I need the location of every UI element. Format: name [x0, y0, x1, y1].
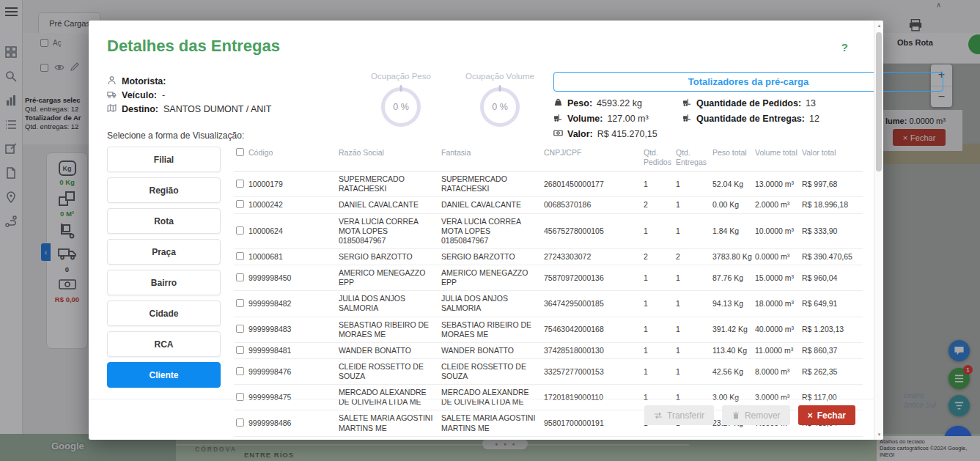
cell-entregas: 2	[674, 248, 710, 265]
select-all-checkbox[interactable]	[236, 148, 244, 156]
cell-cnpj: 95801700000191	[542, 410, 641, 436]
row-checkbox[interactable]	[236, 299, 244, 307]
row-checkbox[interactable]	[236, 418, 244, 427]
cell-volume: 13.0000 m³	[753, 172, 800, 197]
row-checkbox[interactable]	[236, 200, 244, 208]
gauge-peso-value: 0 %	[393, 102, 409, 112]
cell-peso: 0.00 Kg	[710, 197, 753, 213]
table-row: 10000624VERA LUCIA CORREA MOTA LOPES 018…	[234, 213, 863, 248]
row-checkbox[interactable]	[236, 367, 244, 375]
cell-pedidos: 1	[641, 291, 674, 317]
codigo-text: 9999998482	[248, 299, 291, 308]
header-razao: Razão Social	[336, 147, 439, 172]
cell-fantasia: VERA LUCIA CORREA MOTA LOPES 01850847967	[439, 213, 542, 248]
cell-fantasia: WANDER BONATTO	[439, 342, 542, 358]
cell-codigo: 9999998476	[234, 358, 336, 384]
cell-razao: SEBASTIAO RIBEIRO DE MORAES ME	[336, 317, 439, 342]
totalizers-left-column: Peso: 4593.22 kg Volume: 127.00 m³ Valor…	[553, 95, 657, 141]
codigo-text: 9999998481	[248, 346, 291, 355]
cell-razao: SALETE MARIA AGOSTINI MARTINS ME	[336, 410, 439, 436]
totalizers-header: Totalizadores da pré-carga	[553, 72, 943, 92]
cell-codigo: 9999998482	[234, 291, 336, 317]
cell-razao: SUPERMERCADO RATACHESKI	[336, 172, 439, 197]
cell-fantasia: AMERICO MENEGAZZO EPP	[439, 265, 542, 291]
row-checkbox[interactable]	[236, 252, 244, 260]
row-checkbox[interactable]	[236, 273, 244, 281]
cell-volume: 8.0000 m³	[753, 358, 800, 384]
scroll-down-arrow[interactable]: ▼	[874, 432, 884, 437]
destino-value: SANTOS DUMONT / ANIT	[163, 104, 271, 114]
qtd-entregas-value: 12	[809, 114, 819, 124]
forklift-icon	[682, 97, 692, 109]
cell-codigo: 10000681	[234, 248, 336, 265]
truck-icon	[107, 89, 117, 101]
forklift-icon	[553, 113, 563, 125]
scroll-up-arrow[interactable]: ▲	[874, 23, 884, 28]
scrollbar-thumb[interactable]	[876, 32, 882, 172]
cell-razao: DANIEL CAVALCANTE	[336, 197, 439, 213]
cell-entregas: 1	[674, 265, 710, 291]
table-row: 9999998450AMERICO MENEGAZZO EPPAMERICO M…	[234, 265, 863, 291]
cell-codigo: 9999998483	[234, 317, 336, 342]
cell-entregas: 1	[674, 197, 710, 213]
view-button-filial[interactable]: Filial	[107, 147, 221, 172]
view-button-praça[interactable]: Praça	[107, 239, 221, 265]
veiculo-label: Veículo:	[122, 90, 157, 100]
cell-pedidos: 1	[641, 172, 674, 197]
peso-value: 4593.22 kg	[597, 98, 642, 108]
view-button-cidade[interactable]: Cidade	[107, 300, 221, 326]
cell-peso: 113.40 Kg	[710, 342, 753, 358]
header-codigo: Código	[234, 147, 336, 172]
cell-codigo: 10000624	[234, 213, 336, 248]
cell-volume: 15.0000 m³	[753, 265, 800, 291]
deliveries-table: Código Razão Social Fantasia CNPJ/CPF Qt…	[234, 147, 864, 437]
header-peso-total: Peso total	[710, 147, 753, 172]
fechar-button[interactable]: × Fechar	[798, 405, 855, 425]
view-button-região[interactable]: Região	[107, 177, 221, 203]
gauge-volume-value: 0 %	[492, 102, 508, 112]
table-row: 10000681SERGIO BARZOTTOSERGIO BARZOTTO27…	[234, 248, 863, 265]
cell-razao: VERA LUCIA CORREA MOTA LOPES 01850847967	[336, 213, 439, 248]
cell-cnpj: 37428518000130	[542, 342, 641, 358]
cell-entregas: 1	[674, 358, 710, 384]
view-button-cliente[interactable]: Cliente	[107, 362, 221, 388]
cell-razao: MERCADO ALEXANDRE DE OLIVEIRA LTDA ME	[336, 385, 439, 410]
cell-valor: R$ 997,68	[800, 172, 863, 197]
view-button-bairro[interactable]: Bairro	[107, 270, 221, 295]
cell-fantasia: CLEIDE ROSSETTO DE SOUZA	[439, 358, 542, 384]
remover-button[interactable]: Remover	[722, 405, 790, 425]
header-qtd-pedidos: Qtd. Pedidos	[641, 147, 674, 172]
codigo-text: 9999998450	[248, 273, 291, 282]
cell-fantasia: MERCADO ALEXANDRE DE OLIVEIRA LTDA ME	[439, 385, 542, 410]
cell-cnpj: 45675278000105	[542, 213, 641, 248]
codigo-text: 9999998483	[248, 325, 291, 333]
modal-scrollbar[interactable]: ▲ ▼	[874, 21, 883, 440]
view-button-rca[interactable]: RCA	[107, 331, 221, 357]
veiculo-value: -	[162, 90, 165, 100]
cell-cnpj: 26801450000177	[542, 172, 641, 197]
cell-codigo: 9999998450	[234, 265, 336, 291]
codigo-text: 10000179	[248, 180, 283, 188]
cell-entregas: 1	[674, 291, 710, 317]
row-checkbox[interactable]	[236, 325, 244, 333]
help-button[interactable]: ?	[841, 41, 848, 54]
volume-label: Volume:	[567, 114, 603, 124]
cell-volume: 18.0000 m³	[753, 291, 800, 317]
header-qtd-entregas: Qtd. Entregas	[674, 147, 710, 172]
cell-valor: R$ 1.203,13	[800, 317, 863, 342]
transferir-button[interactable]: Transferir	[644, 405, 714, 425]
cell-fantasia: JULIA DOS ANJOS SALMORIA	[439, 291, 542, 317]
view-button-rota[interactable]: Rota	[107, 208, 221, 234]
view-buttons-group: FilialRegiãoRotaPraçaBairroCidadeRCAClie…	[107, 147, 221, 388]
row-checkbox[interactable]	[236, 346, 244, 354]
codigo-text: 10000681	[248, 252, 283, 261]
cell-pedidos: 1	[641, 265, 674, 291]
row-checkbox[interactable]	[236, 393, 244, 401]
header-cnpj: CNPJ/CPF	[542, 147, 641, 172]
cell-cnpj: 00685370186	[542, 197, 641, 213]
row-checkbox[interactable]	[236, 180, 244, 188]
table-row: 9999998483SEBASTIAO RIBEIRO DE MORAES ME…	[234, 317, 863, 342]
qtd-pedidos-value: 13	[806, 98, 816, 108]
row-checkbox[interactable]	[236, 226, 244, 235]
volume-value: 127.00 m³	[607, 114, 648, 124]
